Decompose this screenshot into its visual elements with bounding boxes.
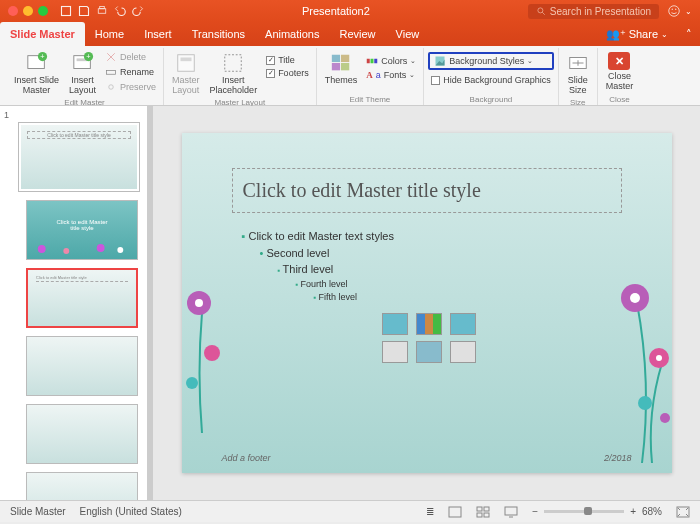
ribbon-collapse-icon[interactable]: ˄ [678, 22, 700, 46]
tab-insert[interactable]: Insert [134, 22, 182, 46]
tab-transitions[interactable]: Transitions [182, 22, 255, 46]
share-icon: 👥⁺ [606, 28, 626, 41]
normal-view-icon[interactable] [448, 506, 462, 518]
window-controls [8, 6, 48, 16]
svg-point-5 [672, 9, 673, 10]
slide-thumbnails: 1 Click to edit Master title style Click… [0, 106, 148, 500]
feedback-icon[interactable] [667, 4, 681, 18]
svg-point-33 [195, 299, 203, 307]
print-icon[interactable] [96, 5, 108, 17]
svg-point-15 [109, 85, 114, 90]
tab-slide-master[interactable]: Slide Master [0, 22, 85, 46]
save-icon[interactable] [78, 5, 90, 17]
date-placeholder[interactable]: 2/2018 [604, 453, 632, 463]
zoom-in-icon[interactable]: + [630, 506, 636, 517]
svg-point-41 [660, 413, 670, 423]
zoom-percent[interactable]: 68% [642, 506, 662, 517]
close-master-button[interactable]: ✕Close Master [602, 50, 638, 94]
zoom-control[interactable]: − + 68% [532, 506, 662, 517]
thumbnail-layout-4[interactable] [4, 404, 143, 464]
video-icon[interactable] [450, 341, 476, 363]
themes-button[interactable]: Themes [321, 50, 362, 88]
insert-layout-button[interactable]: +Insert Layout [65, 50, 100, 98]
share-button[interactable]: 👥⁺Share⌄ [596, 22, 678, 46]
table-icon[interactable] [382, 313, 408, 335]
svg-point-3 [538, 8, 543, 13]
zoom-slider[interactable] [544, 510, 624, 513]
svg-rect-43 [477, 507, 482, 511]
slideshow-view-icon[interactable] [504, 506, 518, 518]
slide[interactable]: Click to edit Master title style Click t… [182, 133, 672, 473]
status-view: Slide Master [10, 506, 66, 517]
svg-point-37 [630, 293, 640, 303]
tab-animations[interactable]: Animations [255, 22, 329, 46]
svg-point-29 [63, 248, 69, 254]
insert-placeholder-button[interactable]: Insert Placeholder [206, 50, 262, 98]
smartart-icon[interactable] [450, 313, 476, 335]
search-box[interactable]: Search in Presentation [528, 4, 659, 19]
svg-text:+: + [40, 52, 44, 61]
svg-rect-25 [374, 59, 377, 64]
title-checkbox[interactable]: Title [263, 54, 312, 66]
svg-rect-46 [484, 513, 489, 517]
tab-review[interactable]: Review [329, 22, 385, 46]
group-close: ✕Close Master Close [598, 48, 642, 105]
zoom-out-icon[interactable]: − [532, 506, 538, 517]
svg-point-39 [656, 355, 662, 361]
thumbnail-layout-1[interactable]: Click to edit Mastertitle style [4, 200, 143, 260]
master-layout-button[interactable]: Master Layout [168, 50, 204, 98]
svg-rect-1 [98, 9, 106, 14]
autosave-icon[interactable] [60, 5, 72, 17]
svg-rect-47 [505, 507, 517, 515]
footers-checkbox[interactable]: Footers [263, 67, 312, 79]
svg-rect-45 [477, 513, 482, 517]
footer-placeholder[interactable]: Add a footer [222, 453, 271, 463]
ribbon-tabs: Slide Master Home Insert Transitions Ani… [0, 22, 700, 46]
fit-to-window-icon[interactable] [676, 506, 690, 518]
delete-button[interactable]: Delete [102, 50, 159, 64]
undo-icon[interactable] [114, 5, 126, 17]
ribbon: +Insert Slide Master +Insert Layout Dele… [0, 46, 700, 106]
svg-point-6 [675, 9, 676, 10]
online-picture-icon[interactable] [416, 341, 442, 363]
main-area: 1 Click to edit Master title style Click… [0, 106, 700, 500]
tab-view[interactable]: View [386, 22, 430, 46]
content-icon-grid[interactable] [382, 313, 512, 363]
insert-slide-master-button[interactable]: +Insert Slide Master [10, 50, 63, 98]
search-icon [536, 6, 546, 16]
colors-button[interactable]: Colors⌄ [363, 54, 419, 68]
status-language[interactable]: English (United States) [80, 506, 182, 517]
title-placeholder[interactable]: Click to edit Master title style [232, 168, 622, 213]
close-window-icon[interactable] [8, 6, 18, 16]
chart-icon[interactable] [416, 313, 442, 335]
svg-point-30 [97, 244, 105, 252]
preserve-button[interactable]: Preserve [102, 80, 159, 94]
svg-rect-20 [341, 55, 349, 62]
svg-rect-24 [371, 59, 374, 64]
svg-rect-21 [332, 63, 340, 70]
group-master-layout: Master Layout Insert Placeholder Title F… [164, 48, 317, 105]
content-placeholder[interactable]: Click to edit Master text styles Second … [242, 228, 622, 305]
fonts-button[interactable]: Aa Fonts⌄ [363, 69, 419, 81]
tab-home[interactable]: Home [85, 22, 134, 46]
slide-size-button[interactable]: Slide Size [563, 50, 593, 98]
picture-icon[interactable] [382, 341, 408, 363]
notes-button-icon[interactable]: ≣ [426, 506, 434, 517]
group-edit-master: +Insert Slide Master +Insert Layout Dele… [6, 48, 164, 105]
maximize-window-icon[interactable] [38, 6, 48, 16]
chevron-down-icon[interactable]: ⌄ [685, 7, 692, 16]
thumbnail-layout-2[interactable]: Click to edit Master title style [4, 268, 143, 328]
svg-point-35 [186, 377, 198, 389]
svg-rect-42 [449, 507, 461, 517]
quick-access-toolbar [60, 5, 144, 17]
svg-rect-44 [484, 507, 489, 511]
thumbnail-layout-5[interactable] [4, 472, 143, 500]
rename-button[interactable]: Rename [102, 65, 159, 79]
sorter-view-icon[interactable] [476, 506, 490, 518]
background-styles-button[interactable]: Background Styles⌄ [428, 52, 554, 70]
thumbnail-master[interactable]: Click to edit Master title style [4, 122, 143, 192]
hide-background-checkbox[interactable]: Hide Background Graphics [428, 74, 554, 86]
thumbnail-layout-3[interactable] [4, 336, 143, 396]
redo-icon[interactable] [132, 5, 144, 17]
minimize-window-icon[interactable] [23, 6, 33, 16]
